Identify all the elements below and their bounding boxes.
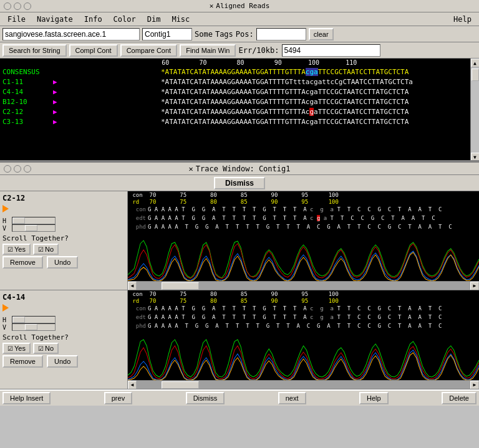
trace-window: ✕ Trace Window: Contig1 Dismiss C2-12 H — [0, 161, 479, 406]
h-scroll-right-2[interactable]: ▶ — [470, 381, 479, 389]
read-arrow-c2-12: ▶ — [53, 108, 57, 116]
h-scroll-left-2[interactable]: ◀ — [128, 381, 137, 389]
trace-minimize-btn[interactable] — [14, 165, 21, 173]
trace-edt-seq-1: G A A A A T G G A T T T T G T T T A c g … — [148, 215, 435, 221]
h-scroll-right-1[interactable]: ▶ — [470, 282, 479, 290]
trace-dismiss-button[interactable]: Dismiss — [214, 177, 265, 189]
trace-ruler-rd-2: rd 70 75 80 85 90 95 100 — [128, 298, 479, 304]
menu-help[interactable]: Help — [448, 14, 477, 25]
trace-ruler-rd-1: rd 70 75 80 85 90 95 100 — [128, 199, 479, 205]
read-arrow-b12-10: ▶ — [53, 98, 57, 106]
help-insert-button[interactable]: Help Insert — [2, 392, 51, 404]
ace-file-input[interactable] — [2, 28, 140, 41]
read-row-c3-13: C3-13 ▶ *ATATATCATATAAAAGGAAAATGGATTTTGT… — [0, 117, 479, 126]
h-scroll-thumb-2[interactable] — [162, 381, 199, 389]
h-slider-2[interactable] — [12, 316, 56, 323]
trace-right-2: con 70 75 80 85 90 95 100 rd 70 75 80 85… — [128, 290, 479, 389]
trace-phd-label-1: phd — [128, 224, 148, 230]
bottom-dismiss-button[interactable]: Dismiss — [186, 392, 225, 404]
trace-graph-2 — [128, 330, 479, 380]
v-slider-1[interactable] — [12, 224, 56, 232]
menu-dim[interactable]: Dim — [142, 14, 166, 25]
h-slider-1[interactable] — [12, 217, 56, 224]
next-button[interactable]: next — [278, 392, 306, 404]
h-scrollbar-1[interactable]: ◀ ▶ — [128, 281, 479, 290]
read-seq-c3-13[interactable]: *ATATATCATATAAAAGGAAAATGGATTTTGTTTAcgaTT… — [128, 110, 409, 134]
search-string-button[interactable]: Search for String — [2, 44, 67, 57]
remove-button-2[interactable]: Remove — [2, 355, 43, 368]
no-button-2[interactable]: ☑ No — [33, 343, 59, 354]
yes-no-row-1: ☑ Yes ☑ No — [2, 244, 125, 255]
v-slider-thumb-2[interactable] — [25, 324, 37, 330]
yes-checkbox-1: ☑ — [7, 246, 13, 253]
trace-phd-seq-1: G A A A A T G G A T T T T G T T T A C G … — [148, 224, 452, 230]
play-icon-2 — [2, 304, 9, 312]
no-button-1[interactable]: ☑ No — [33, 244, 59, 255]
yes-button-1[interactable]: ☑ Yes — [2, 244, 31, 255]
slider-h-1: H — [2, 217, 125, 224]
menu-info[interactable]: Info — [79, 14, 107, 25]
h-scrollbar-2[interactable]: ◀ ▶ — [128, 380, 479, 389]
delete-button[interactable]: Delete — [442, 392, 477, 404]
menu-misc[interactable]: Misc — [167, 14, 195, 25]
menu-file[interactable]: File — [2, 14, 31, 25]
h-scroll-left-1[interactable]: ◀ — [128, 282, 137, 290]
h-scroll-track-2[interactable] — [137, 381, 470, 389]
trace-seq-phd-row-2: phd G A A A A T G G A T T T T G T T A C … — [128, 322, 479, 330]
trace-ruler-con-1: con 70 75 80 85 90 95 100 — [128, 191, 479, 199]
close-btn[interactable] — [4, 2, 11, 10]
maximize-btn[interactable] — [24, 2, 31, 10]
scroll-up-arrow[interactable]: ▲ — [471, 59, 480, 67]
trace-arrow-2 — [2, 304, 125, 313]
trace-arrow-1 — [2, 205, 125, 214]
undo-button-1[interactable]: Undo — [47, 256, 78, 269]
pos-input[interactable] — [256, 28, 306, 41]
prev-button[interactable]: prev — [104, 392, 132, 404]
compl-cont-button[interactable]: Compl Cont — [69, 44, 118, 57]
v-scrollbar[interactable]: ▲ ▼ — [470, 59, 479, 161]
h-slider-thumb-1[interactable] — [12, 217, 25, 224]
find-main-win-button[interactable]: Find Main Win — [180, 44, 236, 57]
h-slider-thumb-2[interactable] — [12, 317, 25, 323]
trace-title-bar: ✕ Trace Window: Contig1 — [0, 163, 479, 175]
trace-maximize-btn[interactable] — [24, 165, 31, 173]
trace-name-2: C4-14 — [2, 293, 125, 302]
h-scroll-track-1[interactable] — [137, 282, 470, 290]
trace-svg-1 — [128, 231, 479, 281]
h-scroll-thumb-1[interactable] — [162, 282, 199, 290]
trace-window-title: Trace Window: Contig1 — [196, 164, 291, 173]
pos-label: Pos: — [236, 30, 254, 39]
trace-close-btn[interactable] — [4, 165, 11, 173]
bottom-toolbar: Help Insert prev Dismiss next Help Delet… — [0, 389, 479, 406]
trace-phd-label-2: phd — [128, 323, 148, 329]
scroll-down-arrow[interactable]: ▼ — [471, 153, 480, 161]
trace-seq-edt-row-2: edt G A A A A T G G A T T T T G T T T A … — [128, 313, 479, 322]
menu-color[interactable]: Color — [109, 14, 141, 25]
v-label-2: V — [2, 324, 10, 331]
err-value-input[interactable] — [282, 44, 380, 57]
compare-cont-button[interactable]: Compare Cont — [120, 44, 178, 57]
contig-input[interactable] — [142, 28, 192, 41]
yes-checkbox-2: ☑ — [7, 345, 13, 352]
trace-seq-edt-row-1: edt G A A A A T G G A T T T T G T T T A … — [128, 214, 479, 222]
v-slider-thumb-1[interactable] — [25, 225, 37, 231]
clear-button[interactable]: clear — [309, 28, 334, 41]
remove-button-1[interactable]: Remove — [2, 256, 43, 269]
read-arrow-c4-14: ▶ — [53, 88, 57, 96]
trace-seq-con-row-2: con G A A A A T G G A T T T T G T T T A … — [128, 304, 479, 313]
v-slider-2[interactable] — [12, 323, 56, 331]
read-label-c1-11: C1-11 — [0, 78, 53, 86]
trace-name-1: C2-12 — [2, 194, 125, 203]
trace-dismiss-row: Dismiss — [0, 175, 479, 191]
minimize-btn[interactable] — [14, 2, 21, 10]
bottom-help-button[interactable]: Help — [359, 392, 389, 404]
trace-edt-label-1: edt — [128, 215, 148, 221]
trace-right-1: con 70 75 80 85 90 95 100 rd 70 75 80 85… — [128, 191, 479, 290]
trace-seq-con-row-1: con G A A A A T G G A T T T T G T T T A … — [128, 205, 479, 214]
yes-button-2[interactable]: ☑ Yes — [2, 343, 31, 354]
button-row: Search for String Compl Cont Compare Con… — [0, 42, 479, 59]
menu-navigate[interactable]: Navigate — [32, 14, 78, 25]
scroll-thumb[interactable] — [472, 69, 479, 81]
trace-con-label-1: con — [128, 206, 148, 212]
undo-button-2[interactable]: Undo — [47, 355, 78, 368]
